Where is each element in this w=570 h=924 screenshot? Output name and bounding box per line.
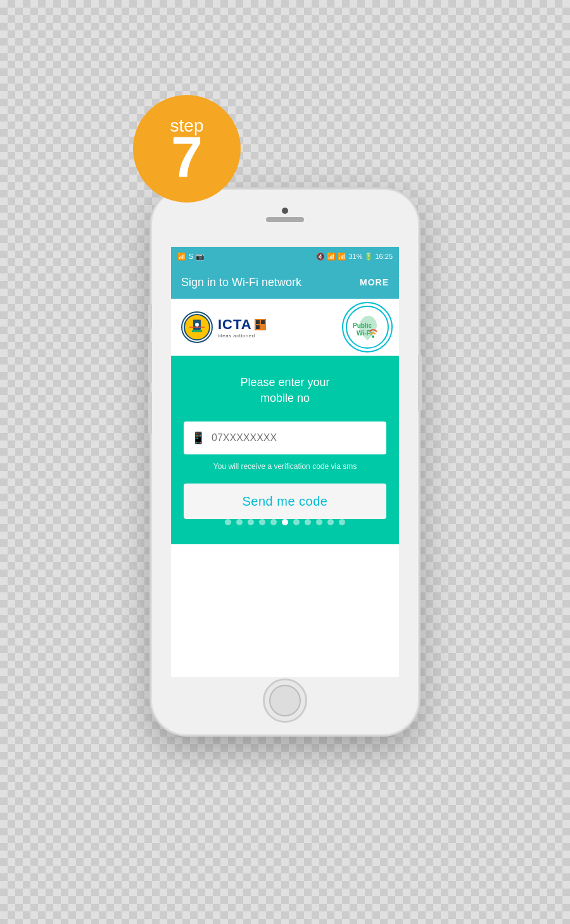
app-bar-title: Sign in to Wi-Fi network	[181, 276, 301, 289]
dot-11	[339, 519, 345, 525]
send-code-button[interactable]: Send me code	[184, 484, 386, 519]
signal-wifi-icon: 📶	[327, 253, 336, 261]
svg-rect-8	[256, 325, 260, 329]
header-band: ICTA ideas actioned	[171, 299, 399, 356]
mute-icon: 🔇	[316, 253, 325, 261]
app-bar: Sign in to Wi-Fi network MORE	[171, 266, 399, 299]
clock: 16:25	[375, 253, 393, 260]
volume-down-button	[148, 392, 152, 434]
dot-2	[236, 519, 243, 525]
pagination-dots	[225, 519, 345, 532]
home-button[interactable]	[263, 678, 307, 723]
svg-rect-6	[256, 320, 260, 324]
dot-8	[305, 519, 311, 525]
icta-name: ICTA	[218, 316, 252, 333]
svg-point-12	[372, 335, 374, 338]
dot-6-active	[282, 519, 288, 525]
icta-orange-square	[255, 319, 266, 330]
dot-10	[327, 519, 334, 525]
battery-icon: 🔋	[364, 253, 373, 261]
speaker-icon	[266, 217, 304, 222]
volume-mute-button	[148, 304, 152, 329]
power-button	[418, 354, 422, 411]
main-content: Please enter yourmobile no 📱 You will re…	[171, 356, 399, 544]
status-left-icons: 📶 S 📷	[177, 253, 205, 261]
phone-frame: 📶 S 📷 🔇 📶 📶 31% 🔋 16:25 Sign in to Wi-Fi…	[152, 190, 418, 734]
icta-tagline: ideas actioned	[218, 333, 266, 339]
dot-3	[248, 519, 254, 525]
home-button-inner	[269, 685, 301, 716]
volume-up-button	[148, 342, 152, 383]
battery-percent: 31%	[348, 253, 362, 260]
dot-9	[316, 519, 322, 525]
prompt-text: Please enter yourmobile no	[240, 375, 329, 406]
phone-screen: 📶 S 📷 🔇 📶 📶 31% 🔋 16:25 Sign in to Wi-Fi…	[171, 247, 399, 677]
scene: step 7 📶 S 📷 🔇 📶	[108, 82, 462, 842]
dot-1	[225, 519, 231, 525]
signal-bars-icon: 📶	[338, 253, 346, 261]
step-number: 7	[171, 128, 203, 185]
svg-rect-2	[192, 330, 202, 332]
sms-hint-text: You will receive a verification code via…	[213, 462, 357, 471]
step-badge: step 7	[133, 95, 241, 203]
phone-input-row: 📱	[184, 421, 386, 454]
public-wifi-badge: Public Wi-Fi	[342, 302, 393, 353]
status-right-area: 🔇 📶 📶 31% 🔋 16:25	[316, 253, 393, 261]
more-button[interactable]: MORE	[360, 277, 389, 287]
image-icon: 📷	[196, 253, 205, 261]
mobile-number-input[interactable]	[212, 432, 379, 444]
dot-4	[259, 519, 265, 525]
camera-icon	[282, 208, 288, 214]
svg-text:Public: Public	[353, 322, 372, 329]
logo-icta-group: ICTA ideas actioned	[181, 311, 266, 343]
sync-icon: S	[189, 253, 193, 260]
wifi-status-icon: 📶	[177, 253, 186, 261]
sri-lanka-emblem	[181, 311, 213, 343]
dot-5	[270, 519, 277, 525]
icta-logo: ICTA ideas actioned	[218, 316, 266, 339]
status-bar: 📶 S 📷 🔇 📶 📶 31% 🔋 16:25	[171, 247, 399, 266]
svg-rect-7	[261, 320, 265, 324]
dot-7	[293, 519, 300, 525]
svg-point-3	[195, 323, 199, 327]
phone-top	[152, 208, 418, 222]
mobile-icon: 📱	[191, 431, 205, 445]
